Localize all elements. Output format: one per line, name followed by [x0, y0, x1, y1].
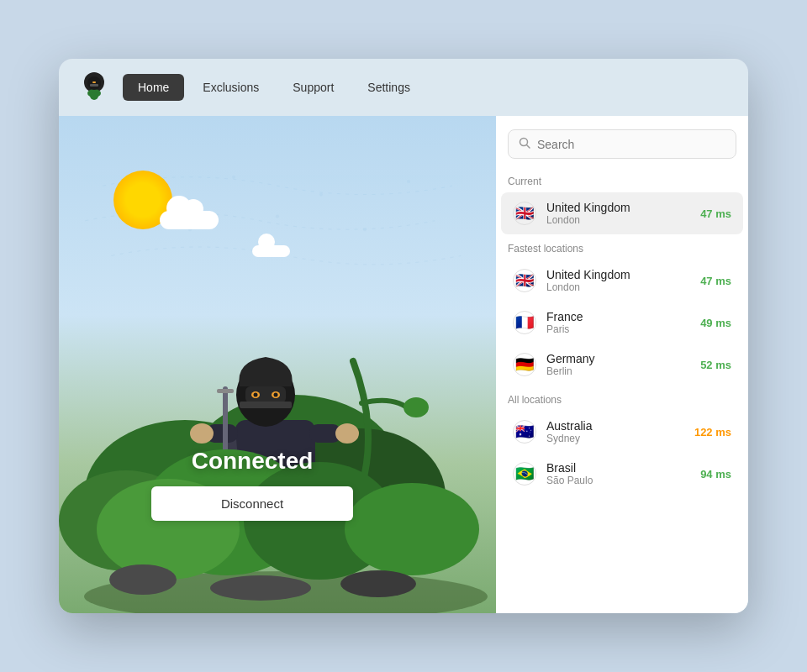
svg-point-9	[319, 193, 323, 197]
svg-point-8	[232, 176, 235, 179]
all-name-1: Brasil	[546, 461, 690, 475]
fastest-ping-0: 47 ms	[700, 275, 731, 287]
all-info-1: Brasil São Paulo	[546, 461, 690, 486]
all-city-0: Sydney	[546, 433, 684, 444]
svg-rect-4	[90, 84, 98, 87]
svg-line-52	[527, 145, 530, 149]
server-list-panel: Current 🇬🇧 United Kingdom London 47 ms F…	[496, 116, 748, 613]
fastest-ping-2: 52 ms	[700, 359, 731, 371]
fastest-flag-2: 🇩🇪	[513, 353, 536, 376]
all-flag-0: 🇦🇺	[513, 420, 536, 444]
status-overlay: Connected Disconnect	[59, 448, 446, 521]
fastest-name-2: Germany	[546, 352, 690, 365]
all-info-0: Australia Sydney	[546, 419, 684, 444]
app-window: 👤 Home Exclusions Support Settings	[59, 59, 748, 613]
current-location-item[interactable]: 🇬🇧 United Kingdom London 47 ms	[501, 192, 743, 234]
app-logo: 👤	[79, 72, 109, 102]
all-ping-0: 122 ms	[694, 426, 731, 438]
all-location-0[interactable]: 🇦🇺 Australia Sydney 122 ms	[501, 411, 743, 453]
svg-point-13	[363, 228, 367, 231]
all-flag-1: 🇧🇷	[513, 462, 536, 486]
main-content: Connected Disconnect Curre	[59, 116, 748, 613]
current-location-name: United Kingdom	[546, 201, 690, 214]
nav-exclusions[interactable]: Exclusions	[187, 74, 274, 101]
all-location-1[interactable]: 🇧🇷 Brasil São Paulo 94 ms	[501, 453, 743, 495]
fastest-info-2: Germany Berlin	[546, 352, 690, 377]
fastest-ping-1: 49 ms	[700, 317, 731, 329]
svg-point-6	[90, 92, 98, 100]
disconnect-button[interactable]: Disconnect	[151, 486, 353, 521]
search-input[interactable]	[537, 138, 725, 151]
left-panel: Connected Disconnect	[59, 116, 496, 613]
fastest-city-0: London	[546, 281, 690, 293]
search-box[interactable]	[508, 129, 736, 159]
current-location-flag: 🇬🇧	[513, 202, 536, 225]
fastest-location-2[interactable]: 🇩🇪 Germany Berlin 52 ms	[501, 344, 743, 386]
cloud2-illustration	[248, 234, 294, 257]
cloud-illustration	[151, 196, 227, 229]
fastest-location-0[interactable]: 🇬🇧 United Kingdom London 47 ms	[501, 260, 743, 302]
fastest-city-1: Paris	[546, 323, 690, 335]
fastest-name-0: United Kingdom	[546, 268, 690, 281]
fastest-name-1: France	[546, 310, 690, 323]
svg-point-12	[276, 215, 279, 218]
fastest-location-1[interactable]: 🇫🇷 France Paris 49 ms	[501, 302, 743, 344]
current-location-city: London	[546, 214, 690, 226]
fastest-section-label: Fastest locations	[496, 234, 748, 260]
current-section-label: Current	[496, 167, 748, 192]
nav-support[interactable]: Support	[277, 74, 349, 101]
all-name-0: Australia	[546, 419, 684, 433]
fastest-info-0: United Kingdom London	[546, 268, 690, 293]
connected-status: Connected	[59, 448, 446, 475]
svg-rect-5	[92, 81, 96, 83]
current-location-ping: 47 ms	[700, 207, 731, 220]
svg-point-10	[407, 180, 410, 183]
all-city-1: São Paulo	[546, 475, 690, 486]
search-container	[496, 116, 748, 167]
fastest-flag-0: 🇬🇧	[513, 269, 536, 292]
nav-home[interactable]: Home	[123, 74, 184, 101]
fastest-info-1: France Paris	[546, 310, 690, 335]
fastest-flag-1: 🇫🇷	[513, 311, 536, 334]
all-ping-1: 94 ms	[700, 468, 731, 480]
nav-bar: 👤 Home Exclusions Support Settings	[59, 59, 748, 116]
nav-settings[interactable]: Settings	[352, 74, 425, 101]
all-section-label: All locations	[496, 386, 748, 411]
fastest-city-2: Berlin	[546, 365, 690, 377]
search-icon	[519, 137, 530, 151]
current-location-info: United Kingdom London	[546, 201, 690, 226]
